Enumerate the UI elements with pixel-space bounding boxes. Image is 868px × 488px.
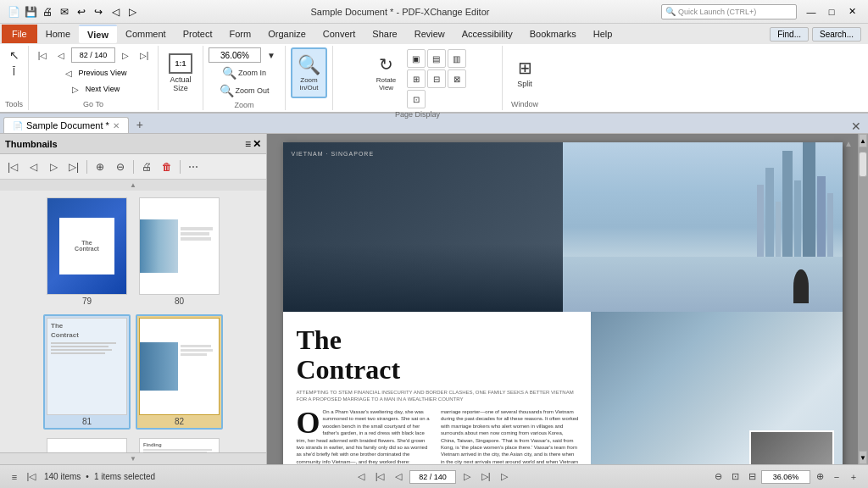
- status-zoom-minus-btn[interactable]: −: [829, 469, 844, 485]
- thumbnails-content[interactable]: TheContract 79 80: [0, 191, 266, 452]
- zoom-dropdown-btn[interactable]: ▼: [263, 47, 280, 63]
- rotate-view-btn[interactable]: ↻ RotateView: [370, 47, 403, 98]
- thumbnail-79[interactable]: TheContract 79: [43, 194, 131, 309]
- status-fit-width-btn[interactable]: ⊟: [744, 469, 760, 485]
- page-layout-btn7[interactable]: ⊡: [407, 90, 426, 108]
- thumb-options-btn[interactable]: ⋯: [184, 158, 203, 176]
- qa-back[interactable]: ◁: [108, 5, 122, 19]
- scroll-thumb[interactable]: [859, 152, 867, 177]
- thumb-prev-btn[interactable]: ◁: [24, 158, 42, 176]
- goto-last-btn[interactable]: ▷|: [136, 47, 153, 63]
- zoom-input[interactable]: 36.06%: [209, 47, 261, 63]
- menu-bookmarks[interactable]: Bookmarks: [521, 25, 585, 43]
- status-first-btn[interactable]: |◁: [24, 469, 39, 485]
- thumbnail-81[interactable]: The Contract 81: [43, 314, 131, 430]
- zoom-label: Zoom: [235, 99, 254, 109]
- pdf-vertical-scrollbar[interactable]: ▲ ▼: [858, 134, 868, 464]
- status-first-page-btn[interactable]: |◁: [372, 469, 387, 485]
- qa-email[interactable]: ✉: [58, 5, 71, 19]
- close-button[interactable]: ✕: [843, 3, 861, 20]
- thumb-print-btn[interactable]: 🖨: [137, 158, 156, 176]
- thumbnail-82[interactable]: 82: [136, 314, 223, 430]
- quick-launch-search[interactable]: 🔍 Quick Launch (CTRL+): [661, 4, 797, 19]
- menu-review[interactable]: Review: [406, 25, 453, 43]
- thumbnails-menu-btn[interactable]: ≡: [245, 138, 251, 150]
- minimize-button[interactable]: —: [802, 3, 821, 20]
- next-view-btn[interactable]: ▷: [67, 81, 84, 97]
- pdf-scroll-up-btn[interactable]: ▲: [843, 138, 854, 148]
- search-button[interactable]: Search...: [812, 27, 861, 42]
- menu-organize[interactable]: Organize: [259, 25, 314, 43]
- scroll-down-arrow[interactable]: ▼: [859, 451, 867, 464]
- prev-view-label: Previous View: [79, 69, 127, 77]
- page-layout-btn4[interactable]: ⊞: [407, 69, 426, 88]
- menu-form[interactable]: Form: [221, 25, 260, 43]
- pdf-viewer[interactable]: ▲ VIETNAM · SINGAPORE: [267, 134, 858, 464]
- find-button[interactable]: Find...: [770, 27, 809, 42]
- menu-home[interactable]: Home: [37, 25, 79, 43]
- menu-comment[interactable]: Comment: [117, 25, 175, 43]
- zoom-in-btn[interactable]: 🔍 Zoom In: [219, 64, 270, 81]
- thumbnail-83[interactable]: 83: [43, 435, 131, 452]
- thumb-next-btn[interactable]: ▷: [44, 158, 63, 176]
- text-select-btn[interactable]: Ī: [6, 64, 23, 80]
- thumbnails-close-btn[interactable]: ✕: [253, 138, 261, 150]
- new-tab-btn[interactable]: +: [131, 116, 149, 133]
- goto-next-btn[interactable]: ▷: [117, 47, 134, 63]
- page-number-input[interactable]: 82 / 140: [71, 47, 115, 63]
- menu-accessibility[interactable]: Accessibility: [453, 25, 521, 43]
- scroll-up-arrow[interactable]: ▲: [859, 134, 867, 147]
- qa-save[interactable]: 💾: [24, 5, 37, 19]
- thumb-zoom-in-btn[interactable]: ⊕: [91, 158, 109, 176]
- status-next-page-btn[interactable]: ▷: [459, 469, 475, 485]
- thumb-last-btn[interactable]: ▷|: [64, 158, 83, 176]
- status-zoom-in-btn[interactable]: ⊕: [812, 469, 827, 485]
- page-layout-btn2[interactable]: ▤: [427, 49, 446, 68]
- status-menu-btn[interactable]: ≡: [7, 469, 22, 485]
- thumb-zoom-out-btn[interactable]: ⊖: [111, 158, 130, 176]
- goto-prev-btn[interactable]: ◁: [53, 47, 70, 63]
- tab-sample-document[interactable]: 📄 Sample Document * ✕: [3, 117, 129, 133]
- qa-print[interactable]: 🖨: [41, 5, 54, 19]
- zoom-inout-btn[interactable]: 🔍 Zoom In/Out: [291, 47, 327, 98]
- status-last-page-btn[interactable]: ▷|: [478, 469, 493, 485]
- menu-protect[interactable]: Protect: [175, 25, 221, 43]
- goto-first-btn[interactable]: |◁: [34, 47, 51, 63]
- status-fit-btn[interactable]: ⊡: [727, 469, 743, 485]
- pdf-left-column: TheContract ATTEMPTING TO STEM FINANCIAL…: [283, 312, 591, 464]
- page-layout-btn6[interactable]: ⊠: [448, 69, 466, 88]
- status-zoom-input[interactable]: 36.06%: [761, 470, 810, 484]
- page-layout-btn3[interactable]: ▥: [448, 49, 466, 68]
- status-prev-page-btn[interactable]: ◁: [391, 469, 406, 485]
- scroll-down-indicator[interactable]: ▼: [130, 455, 136, 463]
- split-btn[interactable]: ⊞ Split: [508, 47, 542, 98]
- status-next-btn[interactable]: ▷: [497, 469, 512, 485]
- prev-view-btn[interactable]: ◁: [60, 65, 77, 80]
- thumb-delete-btn[interactable]: 🗑: [158, 158, 176, 176]
- scroll-up-indicator[interactable]: ▲: [130, 181, 136, 189]
- menu-view[interactable]: View: [79, 25, 117, 43]
- qa-forward[interactable]: ▷: [125, 5, 139, 19]
- zoom-out-btn[interactable]: 🔍 Zoom Out: [216, 82, 273, 99]
- actual-size-btn[interactable]: 1:1 ActualSize: [164, 47, 198, 98]
- menu-convert[interactable]: Convert: [314, 25, 364, 43]
- menu-file[interactable]: File: [2, 25, 37, 43]
- tab-close-btn[interactable]: ✕: [113, 121, 120, 130]
- status-page-input[interactable]: 82 / 140: [409, 470, 456, 484]
- menu-share[interactable]: Share: [364, 25, 405, 43]
- close-panel-btn[interactable]: ✕: [851, 119, 861, 133]
- select-tool-btn[interactable]: ↖: [6, 47, 23, 63]
- page-layout-btn1[interactable]: ▣: [407, 49, 426, 68]
- status-zoom-plus-btn[interactable]: +: [846, 469, 861, 485]
- page-layout-btn5[interactable]: ⊟: [427, 69, 446, 88]
- menu-help[interactable]: Help: [585, 25, 621, 43]
- thumbnail-84[interactable]: Finding 84: [136, 435, 223, 452]
- thumbnail-80[interactable]: 80: [136, 194, 223, 309]
- qa-undo[interactable]: ↩: [75, 5, 88, 19]
- window-label: Window: [511, 98, 538, 108]
- maximize-button[interactable]: □: [822, 3, 841, 20]
- status-zoom-out-btn[interactable]: ⊖: [710, 469, 726, 485]
- thumb-first-btn[interactable]: |◁: [3, 158, 22, 176]
- qa-redo[interactable]: ↪: [92, 5, 105, 19]
- status-prev-btn[interactable]: ◁: [353, 469, 369, 485]
